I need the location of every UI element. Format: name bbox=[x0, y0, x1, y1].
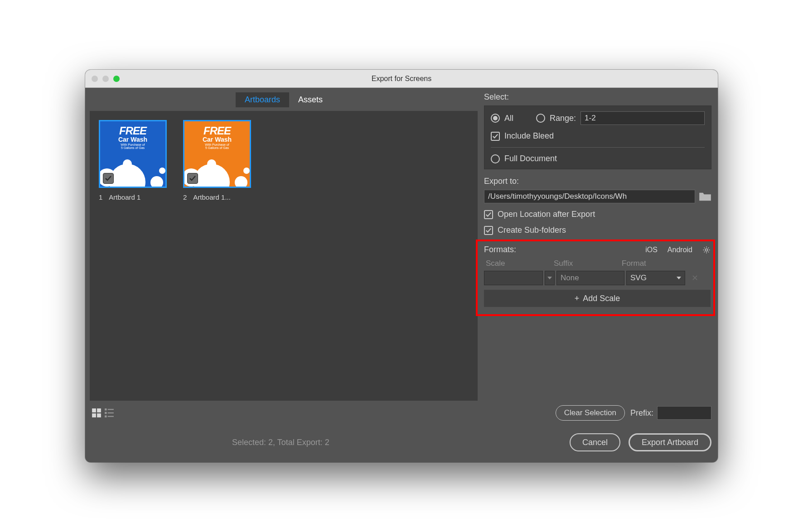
artboard-list: FREE Car Wash With Purchase of 5 Gallons… bbox=[90, 111, 478, 401]
artboard-item[interactable]: FREE Car Wash With Purchase of 5 Gallons… bbox=[183, 120, 251, 201]
create-subfolders-label: Create Sub-folders bbox=[498, 225, 566, 235]
artboard-name: Artboard 1 bbox=[109, 193, 140, 201]
list-view-icon[interactable] bbox=[104, 408, 114, 418]
include-bleed-label: Include Bleed bbox=[504, 131, 554, 141]
selection-status: Selected: 2, Total Export: 2 bbox=[232, 438, 329, 447]
svg-rect-6 bbox=[108, 409, 114, 410]
svg-rect-10 bbox=[108, 416, 114, 417]
artboard-item[interactable]: FREE Car Wash With Purchase of 5 Gallons… bbox=[99, 120, 167, 201]
svg-rect-8 bbox=[108, 412, 114, 413]
full-document-radio[interactable] bbox=[491, 154, 500, 163]
gear-icon[interactable] bbox=[702, 246, 711, 254]
remove-row-icon[interactable]: ✕ bbox=[692, 273, 698, 283]
prefix-label: Prefix: bbox=[630, 408, 653, 418]
traffic-lights bbox=[92, 76, 120, 82]
add-scale-label: Add Scale bbox=[583, 294, 620, 303]
formats-panel: Formats: iOS Android Scale Suffix bbox=[476, 240, 715, 316]
cancel-button[interactable]: Cancel bbox=[570, 433, 620, 451]
source-tabs: Artboards Assets bbox=[90, 92, 478, 107]
formats-label: Formats: bbox=[484, 245, 516, 254]
clear-selection-button[interactable]: Clear Selection bbox=[556, 405, 625, 421]
prefix-input[interactable] bbox=[657, 406, 711, 420]
svg-rect-7 bbox=[105, 412, 106, 414]
preset-android[interactable]: Android bbox=[668, 246, 692, 254]
window-maximize-button[interactable] bbox=[113, 76, 120, 82]
artboard-index: 1 bbox=[99, 193, 102, 201]
include-bleed-checkbox[interactable] bbox=[491, 132, 500, 141]
svg-rect-9 bbox=[105, 416, 106, 417]
select-all-radio[interactable] bbox=[491, 114, 500, 123]
tab-artboards[interactable]: Artboards bbox=[236, 92, 289, 107]
plus-icon: + bbox=[575, 294, 580, 303]
window-title: Export for Screens bbox=[85, 75, 718, 83]
full-document-label: Full Document bbox=[504, 154, 557, 163]
window-minimize-button[interactable] bbox=[102, 76, 109, 82]
export-path-input[interactable] bbox=[484, 190, 695, 203]
range-input[interactable] bbox=[580, 111, 705, 125]
add-scale-button[interactable]: + Add Scale bbox=[484, 290, 711, 307]
select-range-label: Range: bbox=[550, 114, 576, 123]
col-suffix: Suffix bbox=[554, 259, 622, 268]
svg-rect-5 bbox=[105, 408, 106, 410]
svg-rect-2 bbox=[97, 408, 101, 412]
create-subfolders-checkbox[interactable] bbox=[484, 226, 493, 235]
svg-point-0 bbox=[705, 249, 707, 251]
open-location-checkbox[interactable] bbox=[484, 210, 493, 219]
svg-rect-4 bbox=[97, 413, 101, 417]
folder-icon[interactable] bbox=[699, 191, 711, 202]
preset-ios[interactable]: iOS bbox=[645, 246, 658, 254]
col-format: Format bbox=[622, 259, 681, 268]
export-artboard-button[interactable]: Export Artboard bbox=[629, 433, 711, 451]
export-to-panel: Open Location after Export Create Sub-fo… bbox=[484, 190, 711, 241]
open-location-label: Open Location after Export bbox=[498, 210, 595, 219]
scale-dropdown-button[interactable] bbox=[545, 271, 555, 285]
select-all-label: All bbox=[504, 114, 513, 123]
svg-rect-3 bbox=[92, 413, 96, 417]
titlebar: Export for Screens bbox=[85, 70, 718, 88]
footer-toolbar: Clear Selection Prefix: bbox=[85, 401, 718, 425]
scale-select[interactable] bbox=[484, 271, 543, 285]
footer-actions: Selected: 2, Total Export: 2 Cancel Expo… bbox=[85, 425, 718, 462]
col-scale: Scale bbox=[486, 259, 554, 268]
grid-view-icon[interactable] bbox=[92, 408, 102, 418]
select-panel: All Range: Include Bleed bbox=[484, 105, 711, 169]
artboard-checkbox[interactable] bbox=[187, 173, 198, 184]
window-close-button[interactable] bbox=[92, 76, 98, 82]
artboard-index: 2 bbox=[183, 193, 187, 201]
artboard-name: Artboard 1... bbox=[193, 193, 231, 201]
tab-assets[interactable]: Assets bbox=[289, 92, 332, 107]
format-select[interactable]: SVG bbox=[626, 271, 685, 285]
export-for-screens-dialog: Export for Screens Artboards Assets FREE… bbox=[85, 70, 718, 462]
suffix-input[interactable]: None bbox=[556, 271, 624, 285]
select-range-radio[interactable] bbox=[536, 114, 545, 123]
select-section-label: Select: bbox=[484, 92, 711, 102]
format-row: None SVG ✕ bbox=[484, 271, 711, 285]
svg-rect-1 bbox=[92, 408, 96, 412]
export-to-label: Export to: bbox=[484, 177, 711, 186]
artboard-checkbox[interactable] bbox=[103, 173, 114, 184]
